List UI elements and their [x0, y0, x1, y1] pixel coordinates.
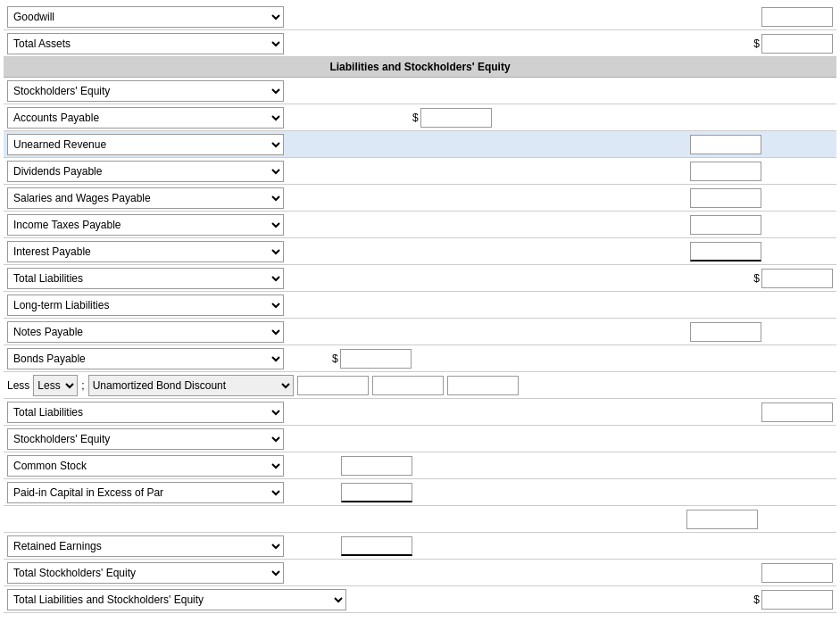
income-taxes-row: Income Taxes Payable — [4, 212, 836, 238]
bonds-payable-input[interactable] — [340, 349, 412, 369]
total-assets-row: Total Assets $ — [4, 30, 836, 57]
paid-in-capital-select[interactable]: Paid-in Capital in Excess of Par — [7, 482, 284, 503]
interest-payable-label-select[interactable]: Interest Payable — [7, 241, 284, 262]
common-stock-row: Common Stock — [4, 452, 836, 479]
total-stockholders-equity-select[interactable]: Total Stockholders' Equity — [7, 562, 284, 584]
total-stockholders-equity-input[interactable] — [761, 563, 833, 583]
salaries-wages-select[interactable]: Salaries and Wages Payable — [7, 187, 284, 209]
income-taxes-input-cell — [690, 215, 761, 235]
salaries-wages-input[interactable] — [690, 188, 761, 208]
salaries-wages-input-cell — [690, 188, 761, 208]
unamortized-input3[interactable] — [447, 376, 519, 395]
common-stock-select[interactable]: Common Stock — [7, 455, 284, 477]
total-assets-input-cell: $ — [753, 34, 833, 54]
section-header: Liabilities and Stockholders' Equity — [4, 57, 836, 78]
unamortized-select[interactable]: Unamortized Bond Discount — [88, 375, 294, 396]
long-term-liabilities-select[interactable]: Long-term Liabilities — [7, 295, 284, 316]
total-liabilities-stockholders-label-select[interactable]: Total Liabilities and Stockholders' Equi… — [7, 589, 346, 610]
subtotal-row — [4, 506, 836, 533]
retained-earnings-label-select[interactable]: Retained Earnings — [7, 535, 284, 557]
total-liabilities-stockholders-row: Total Liabilities and Stockholders' Equi… — [4, 586, 836, 613]
unearned-revenue-input-cell — [690, 135, 761, 154]
long-term-liabilities-label-select[interactable]: Long-term Liabilities — [7, 295, 284, 316]
total-stockholders-equity-row: Total Stockholders' Equity — [4, 560, 836, 586]
dividends-payable-label-select[interactable]: Dividends Payable — [7, 161, 284, 182]
unamortized-input2[interactable] — [372, 376, 444, 395]
notes-payable-label-select[interactable]: Notes Payable — [7, 321, 284, 343]
total-liabilities-1-label-select[interactable]: Total Liabilities — [7, 268, 284, 289]
unamortized-input1[interactable] — [297, 376, 369, 395]
bonds-payable-dollar-cell: $ — [332, 349, 412, 369]
total-liabilities-2-label-select[interactable]: Total Liabilities — [7, 402, 284, 423]
stockholders-equity-label-select[interactable]: Stockholders' Equity — [7, 80, 284, 102]
subtotal-input[interactable] — [686, 510, 758, 529]
total-assets-select[interactable]: Total Assets — [7, 33, 284, 54]
long-term-liabilities-row: Long-term Liabilities — [4, 292, 836, 319]
total-liabilities-stockholders-input[interactable] — [761, 590, 833, 610]
total-liabilities-1-dollar: $ — [753, 272, 760, 285]
dividends-payable-input-cell — [690, 162, 761, 181]
common-stock-label-select[interactable]: Common Stock — [7, 455, 284, 477]
total-liabilities-2-row: Total Liabilities — [4, 399, 836, 426]
unamortized-input2-cell — [372, 376, 444, 395]
paid-in-capital-input[interactable] — [341, 483, 412, 502]
subtotal-input-cell — [686, 510, 758, 529]
form-container: Goodwill Total Assets $ Liabilities and … — [0, 0, 840, 617]
section-header-text: Liabilities and Stockholders' Equity — [329, 61, 510, 73]
bonds-payable-label-select[interactable]: Bonds Payable — [7, 348, 284, 369]
total-liabilities-stockholders-select[interactable]: Total Liabilities and Stockholders' Equi… — [7, 589, 346, 610]
unearned-revenue-row: Unearned Revenue — [4, 131, 836, 158]
stockholders-equity-row: Stockholders' Equity — [4, 78, 836, 104]
accounts-payable-select[interactable]: Accounts Payable — [7, 107, 284, 129]
notes-payable-input-cell — [690, 322, 761, 342]
notes-payable-input[interactable] — [690, 322, 761, 342]
retained-earnings-input-cell — [341, 536, 412, 556]
retained-earnings-row: Retained Earnings — [4, 533, 836, 560]
stockholders-equity-2-select[interactable]: Stockholders' Equity — [7, 428, 284, 450]
stockholders-equity-2-label-select[interactable]: Stockholders' Equity — [7, 428, 284, 450]
retained-earnings-input[interactable] — [341, 536, 412, 556]
retained-earnings-select[interactable]: Retained Earnings — [7, 535, 284, 557]
common-stock-input[interactable] — [341, 456, 412, 476]
bonds-payable-dollar: $ — [332, 353, 338, 365]
total-liabilities-stockholders-dollar: $ — [753, 593, 760, 606]
income-taxes-select[interactable]: Income Taxes Payable — [7, 214, 284, 236]
paid-in-capital-input-cell — [341, 483, 412, 502]
total-stockholders-equity-input-cell — [761, 563, 833, 583]
dividends-payable-select[interactable]: Dividends Payable — [7, 161, 284, 182]
total-assets-input[interactable] — [761, 34, 833, 54]
unamortized-input1-cell — [297, 376, 369, 395]
bonds-payable-select[interactable]: Bonds Payable — [7, 348, 284, 369]
goodwill-select[interactable]: Goodwill — [7, 6, 284, 28]
total-liabilities-1-row: Total Liabilities $ — [4, 265, 836, 292]
accounts-payable-label-select[interactable]: Accounts Payable — [7, 107, 284, 129]
less-select[interactable]: Less — [33, 375, 78, 396]
notes-payable-select[interactable]: Notes Payable — [7, 321, 284, 343]
salaries-wages-row: Salaries and Wages Payable — [4, 185, 836, 212]
total-liabilities-1-select[interactable]: Total Liabilities — [7, 268, 284, 289]
dividends-payable-input[interactable] — [690, 162, 761, 181]
accounts-payable-dollar: $ — [412, 112, 419, 124]
total-liabilities-2-input[interactable] — [761, 402, 833, 422]
income-taxes-input[interactable] — [690, 215, 761, 235]
total-assets-label-select[interactable]: Total Assets — [7, 33, 284, 54]
accounts-payable-input[interactable] — [420, 108, 492, 128]
unearned-revenue-input[interactable] — [690, 135, 761, 154]
total-liabilities-1-input[interactable] — [761, 269, 833, 288]
income-taxes-label-select[interactable]: Income Taxes Payable — [7, 214, 284, 236]
goodwill-label-select[interactable]: Goodwill — [7, 6, 284, 28]
interest-payable-select[interactable]: Interest Payable — [7, 241, 284, 262]
stockholders-equity-select[interactable]: Stockholders' Equity — [7, 80, 284, 102]
paid-in-capital-label-select[interactable]: Paid-in Capital in Excess of Par — [7, 482, 284, 503]
salaries-wages-label-select[interactable]: Salaries and Wages Payable — [7, 187, 284, 209]
total-liabilities-2-select[interactable]: Total Liabilities — [7, 402, 284, 423]
goodwill-row: Goodwill — [4, 4, 836, 30]
accounts-payable-row: Accounts Payable $ — [4, 104, 836, 131]
unearned-revenue-label-select[interactable]: Unearned Revenue — [7, 134, 284, 155]
common-stock-input-cell — [341, 456, 412, 476]
total-stockholders-equity-label-select[interactable]: Total Stockholders' Equity — [7, 562, 284, 584]
interest-payable-input[interactable] — [690, 242, 761, 261]
goodwill-input[interactable] — [761, 7, 833, 27]
total-liabilities-stockholders-input-cell: $ — [753, 590, 833, 610]
unearned-revenue-select[interactable]: Unearned Revenue — [7, 134, 284, 155]
